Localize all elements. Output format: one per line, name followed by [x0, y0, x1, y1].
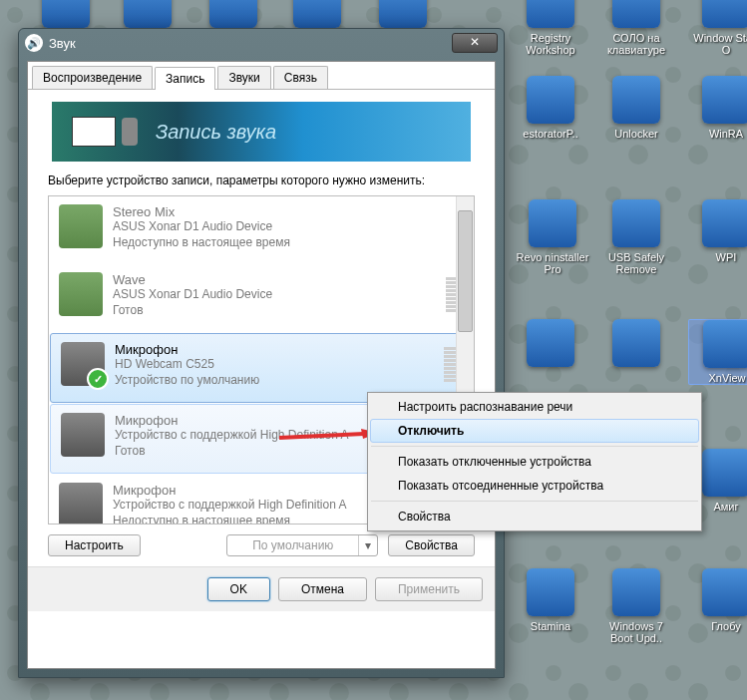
app-icon — [702, 76, 747, 124]
icon-label: Registry Workshop — [513, 32, 588, 56]
desktop-icon[interactable] — [513, 319, 588, 371]
device-item[interactable]: WaveASUS Xonar D1 Audio DeviceГотов — [49, 264, 474, 332]
tab-Запись[interactable]: Запись — [155, 67, 215, 90]
app-icon — [702, 199, 747, 247]
ok-button[interactable]: OK — [207, 577, 270, 601]
apply-button[interactable]: Применить — [375, 577, 483, 601]
icon-label: estoratorP.. — [513, 128, 588, 140]
speaker-icon: 🔊 — [25, 34, 43, 52]
tab-Звуки[interactable]: Звуки — [217, 66, 270, 89]
scroll-thumb[interactable] — [458, 210, 473, 332]
desktop-icon[interactable]: USB Safely Remove — [598, 199, 674, 275]
default-dropdown[interactable]: По умолчанию ▾ — [226, 534, 378, 556]
desktop-icon[interactable]: WPI — [688, 199, 747, 263]
device-status: Недоступно в настоящее время — [113, 235, 464, 251]
device-desc: ASUS Xonar D1 Audio Device — [113, 219, 464, 235]
icon-label: СОЛО на клавиатуре — [598, 32, 674, 56]
dialog-content: ВоспроизведениеЗаписьЗвукиСвязь Запись з… — [27, 61, 496, 669]
device-icon — [59, 204, 103, 248]
desktop-icon[interactable]: Stamina — [513, 568, 588, 632]
app-icon — [42, 0, 90, 28]
desktop-icon[interactable]: estoratorP.. — [513, 76, 588, 140]
desktop-icon[interactable]: Глобу — [688, 568, 747, 632]
cancel-button[interactable]: Отмена — [278, 577, 367, 601]
icon-label: Revo ninstaller Pro — [515, 251, 590, 275]
app-icon — [529, 199, 576, 247]
app-icon — [612, 76, 660, 124]
device-name: Wave — [113, 272, 438, 287]
icon-label: Stamina — [513, 620, 588, 632]
device-icon — [59, 272, 103, 316]
menu-item[interactable]: Показать отключенные устройства — [370, 450, 699, 474]
tab-strip: ВоспроизведениеЗаписьЗвукиСвязь — [28, 62, 495, 90]
icon-label: Windows 7 Boot Upd.. — [598, 620, 674, 644]
app-icon — [702, 0, 747, 28]
close-button[interactable]: ✕ — [452, 33, 498, 53]
chevron-down-icon: ▾ — [358, 535, 377, 555]
app-icon — [124, 0, 172, 28]
app-icon — [612, 319, 660, 367]
device-icon — [59, 483, 103, 525]
desktop-icon[interactable]: Window Start O — [688, 0, 747, 56]
app-icon — [527, 568, 574, 616]
desktop-icon[interactable]: XnView — [688, 319, 747, 385]
bottom-controls: Настроить По умолчанию ▾ Свойства — [48, 534, 475, 556]
device-desc: HD Webcam C525 — [115, 357, 436, 373]
app-icon — [612, 0, 660, 28]
device-info: WaveASUS Xonar D1 Audio DeviceГотов — [113, 272, 438, 324]
app-icon — [703, 320, 747, 368]
banner-title: Запись звука — [156, 121, 276, 144]
tab-Связь[interactable]: Связь — [273, 66, 328, 89]
context-menu: Настроить распознавание речиОтключитьПок… — [367, 392, 702, 531]
menu-item[interactable]: Настроить распознавание речи — [370, 395, 699, 419]
vu-meter-icon — [72, 117, 116, 147]
desktop-icon[interactable] — [598, 319, 674, 371]
app-icon — [612, 568, 660, 616]
titlebar[interactable]: 🔊 Звук ✕ — [19, 29, 504, 57]
mic-icon — [122, 118, 138, 146]
instruction-text: Выберите устройство записи, параметры ко… — [48, 174, 475, 187]
icon-label: Unlocker — [598, 128, 674, 140]
desktop-icon[interactable]: Registry Workshop — [513, 0, 588, 56]
menu-item[interactable]: Свойства — [370, 505, 699, 528]
window-title: Звук — [49, 36, 76, 51]
app-icon — [527, 76, 574, 124]
configure-button[interactable]: Настроить — [48, 534, 141, 556]
icon-label: WPI — [688, 251, 747, 263]
dropdown-label: По умолчанию — [227, 535, 358, 555]
device-status: Готов — [113, 303, 438, 319]
menu-item[interactable]: Показать отсоединенные устройства — [370, 474, 699, 498]
desktop-icon[interactable]: WinRA — [688, 76, 747, 140]
app-icon — [527, 0, 574, 28]
desktop-icon[interactable]: Unlocker — [598, 76, 674, 140]
sound-dialog: 🔊 Звук ✕ ВоспроизведениеЗаписьЗвукиСвязь… — [18, 28, 505, 678]
app-icon — [293, 0, 341, 28]
menu-item[interactable]: Отключить — [370, 419, 699, 443]
app-icon — [527, 319, 574, 367]
check-icon: ✓ — [87, 368, 109, 390]
app-icon — [379, 0, 427, 28]
desktop-icon[interactable]: Revo ninstaller Pro — [515, 199, 590, 275]
properties-button[interactable]: Свойства — [388, 534, 475, 556]
desktop-icon[interactable]: СОЛО на клавиатуре — [598, 0, 674, 56]
device-name: Микрофон — [115, 342, 436, 357]
device-name: Stereo Mix — [113, 204, 464, 219]
device-icon: ✓ — [61, 342, 105, 386]
desktop-icon[interactable]: Windows 7 Boot Upd.. — [598, 568, 674, 644]
device-item[interactable]: Stereo MixASUS Xonar D1 Audio DeviceНедо… — [49, 196, 474, 264]
icon-label: USB Safely Remove — [598, 251, 674, 275]
tab-Воспроизведение[interactable]: Воспроизведение — [32, 66, 153, 89]
icon-label: XnView — [689, 372, 747, 384]
dialog-buttons: OK Отмена Применить — [28, 566, 495, 611]
app-icon — [612, 199, 660, 247]
menu-separator — [371, 446, 698, 447]
banner: Запись звука — [52, 102, 471, 162]
device-icon — [61, 413, 105, 457]
icon-label: Глобу — [688, 620, 747, 632]
icon-label: Window Start O — [688, 32, 747, 56]
app-icon — [702, 568, 747, 616]
device-status: Устройство по умолчанию — [115, 373, 436, 389]
icon-label: WinRA — [688, 128, 747, 140]
device-info: Stereo MixASUS Xonar D1 Audio DeviceНедо… — [113, 204, 464, 256]
app-icon — [209, 0, 257, 28]
